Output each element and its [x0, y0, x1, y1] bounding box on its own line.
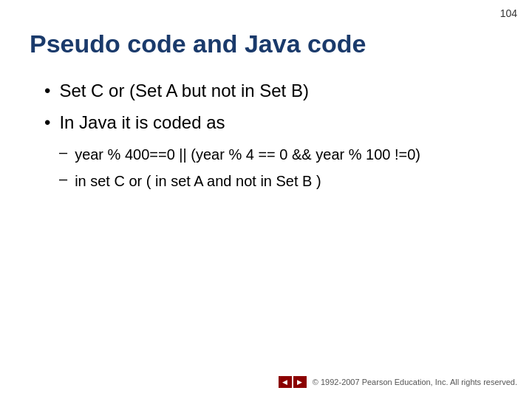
bullet-dot: •: [44, 81, 50, 102]
nav-buttons[interactable]: ◀ ▶: [279, 376, 307, 388]
bullet-text: Set C or (Set A but not in Set B): [59, 81, 309, 101]
copyright-text: © 1992-2007 Pearson Education, Inc. All …: [313, 378, 517, 386]
sub-list: – year % 400==0 || (year % 4 == 0 && yea…: [59, 144, 502, 191]
slide-number: 104: [500, 7, 517, 19]
list-item: • Set C or (Set A but not in Set B): [44, 81, 502, 102]
next-icon: ▶: [297, 378, 302, 386]
dash-icon: –: [59, 144, 67, 161]
sub-list-item: – year % 400==0 || (year % 4 == 0 && yea…: [59, 144, 502, 165]
next-button[interactable]: ▶: [293, 376, 307, 388]
slide: 104 Pseudo code and Java code • Set C or…: [0, 0, 532, 399]
bullet-list: • Set C or (Set A but not in Set B) • In…: [44, 81, 502, 134]
bullet-dot: •: [44, 112, 50, 134]
slide-footer: ◀ ▶ © 1992-2007 Pearson Education, Inc. …: [279, 376, 517, 388]
list-item: • In Java it is coded as: [44, 112, 502, 134]
dash-icon: –: [59, 171, 67, 188]
prev-icon: ◀: [282, 378, 287, 386]
prev-button[interactable]: ◀: [279, 376, 292, 388]
sub-text: year % 400==0 || (year % 4 == 0 && year …: [75, 144, 420, 165]
sub-list-item: – in set C or ( in set A and not in Set …: [59, 171, 502, 191]
slide-title: Pseudo code and Java code: [30, 30, 502, 58]
bullet-text: In Java it is coded as: [59, 112, 225, 133]
sub-text: in set C or ( in set A and not in Set B …: [75, 171, 321, 191]
